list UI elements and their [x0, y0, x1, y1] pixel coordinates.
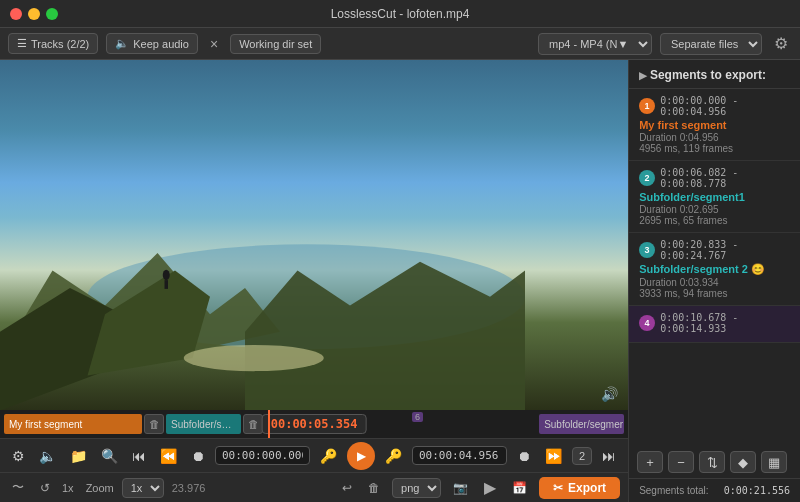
window-controls[interactable]: [10, 8, 58, 20]
timeline-segment-3[interactable]: Subfolder/segmer: [539, 414, 624, 434]
timeline-segment-2[interactable]: Subfolder/s…: [166, 414, 241, 434]
segment-3-time: 0:00:20.833 - 0:00:24.767: [660, 239, 790, 261]
segment-item-4[interactable]: 4 0:00:10.678 - 0:00:14.933: [629, 306, 800, 343]
svg-point-6: [163, 269, 170, 280]
segment-1-time: 0:00:00.000 - 0:00:04.956: [660, 95, 790, 117]
zoom-label: Zoom: [86, 482, 114, 494]
tracks-button[interactable]: ☰ Tracks (2/2): [8, 33, 98, 54]
set-end-icon[interactable]: 🔑: [381, 446, 406, 466]
prev-frame-button[interactable]: ⏪: [156, 446, 181, 466]
fps-display: 23.976: [172, 482, 206, 494]
keep-audio-button[interactable]: 🔈 Keep audio: [106, 33, 198, 54]
segment-1-name: My first segment: [639, 119, 790, 131]
skip-start-button[interactable]: ⏮: [128, 446, 150, 466]
segments-total-label: Segments total:: [639, 485, 708, 496]
camera-icon[interactable]: 📷: [449, 479, 472, 497]
segment-3-info: 3933 ms, 94 frames: [639, 288, 790, 299]
capture-format-select[interactable]: png: [392, 478, 441, 498]
segment-6-badge: 6: [412, 412, 423, 422]
segment-2-info: 2695 ms, 65 frames: [639, 215, 790, 226]
timeline-segment-1[interactable]: My first segment: [4, 414, 142, 434]
segment-item-3[interactable]: 3 0:00:20.833 - 0:00:24.767 Subfolder/se…: [629, 233, 800, 306]
start-time-input[interactable]: [215, 446, 310, 465]
window-title: LosslessCut - lofoten.mp4: [331, 7, 470, 21]
timeline-time-display: 00:00:05.354: [262, 414, 367, 434]
delete-segment-1-button[interactable]: 🗑: [144, 414, 164, 434]
tracks-label: Tracks (2/2): [31, 38, 89, 50]
calendar-icon[interactable]: 📅: [508, 479, 531, 497]
minimize-button[interactable]: [28, 8, 40, 20]
play-button[interactable]: ▶: [347, 442, 375, 470]
output-mode-select[interactable]: Separate files: [660, 33, 762, 55]
main-area: 🔊 My first segment 🗑 Subfolder/s… 🗑 00:0…: [0, 60, 800, 502]
svg-rect-7: [165, 280, 169, 289]
segment-3-name: Subfolder/segment 2 😊: [639, 263, 790, 276]
titlebar: LosslessCut - lofoten.mp4: [0, 0, 800, 28]
folder-icon[interactable]: 📁: [66, 446, 91, 466]
segment-3-badge: 3: [639, 242, 655, 258]
segment-item-1[interactable]: 1 0:00:00.000 - 0:00:04.956 My first seg…: [629, 89, 800, 161]
video-landscape: [0, 218, 525, 411]
audio-ctrl-icon[interactable]: 🔈: [35, 446, 60, 466]
grid-segments-button[interactable]: ▦: [761, 451, 787, 473]
trash-icon[interactable]: 🗑: [364, 479, 384, 497]
working-dir-label: Working dir set: [239, 38, 312, 50]
settings-ctrl-icon[interactable]: ⚙: [8, 446, 29, 466]
wave-icon[interactable]: 〜: [8, 477, 28, 498]
playhead-cursor: [268, 410, 270, 438]
scissors-icon: ✂: [553, 481, 563, 495]
reorder-segments-button[interactable]: ⇅: [699, 451, 725, 473]
toolbar: ☰ Tracks (2/2) 🔈 Keep audio × Working di…: [0, 28, 800, 60]
step-forward-button[interactable]: ⏺: [513, 446, 535, 466]
add-segment-button[interactable]: +: [637, 451, 663, 473]
close-button[interactable]: [10, 8, 22, 20]
segments-list: 1 0:00:00.000 - 0:00:04.956 My first seg…: [629, 89, 800, 446]
segment-4-header: 4 0:00:10.678 - 0:00:14.933: [639, 312, 790, 334]
bottom-bar: 〜 ↺ 1x Zoom 1x 23.976 ↩ 🗑 png 📷 ▶ 📅 ✂ Ex…: [0, 472, 628, 502]
video-container: 🔊 My first segment 🗑 Subfolder/s… 🗑 00:0…: [0, 60, 628, 502]
svg-point-5: [184, 344, 324, 370]
tracks-icon: ☰: [17, 37, 27, 50]
format-select[interactable]: mp4 - MP4 (N▼: [538, 33, 652, 55]
timeline-track: My first segment 🗑 Subfolder/s… 🗑 00:00:…: [0, 410, 628, 438]
controls-bar: ⚙ 🔈 📁 🔍 ⏮ ⏪ ⏺ 🔑 ▶ 🔑 ⏺ ⏩ 2 ⏭: [0, 438, 628, 472]
settings-icon[interactable]: ⚙: [770, 34, 792, 53]
sync-icon[interactable]: ↺: [36, 479, 54, 497]
segment-4-badge: 4: [639, 315, 655, 331]
working-dir-close[interactable]: ×: [206, 36, 222, 52]
search-icon[interactable]: 🔍: [97, 446, 122, 466]
working-dir-button[interactable]: Working dir set: [230, 34, 321, 54]
segments-total-time: 0:00:21.556: [724, 485, 790, 496]
remove-segment-button[interactable]: −: [668, 451, 694, 473]
speed-label: 1x: [62, 482, 74, 494]
segment-counter[interactable]: 2: [572, 447, 592, 465]
panel-footer: Segments total: 0:00:21.556: [629, 478, 800, 502]
export-label: Export: [568, 481, 606, 495]
segment-3-duration: Duration 0:03.934: [639, 277, 790, 288]
undo-icon[interactable]: ↩: [338, 479, 356, 497]
video-player[interactable]: 🔊: [0, 60, 628, 410]
skip-end-button[interactable]: ⏭: [598, 446, 620, 466]
maximize-button[interactable]: [46, 8, 58, 20]
segment-1-header: 1 0:00:00.000 - 0:00:04.956: [639, 95, 790, 117]
segment-4-time: 0:00:10.678 - 0:00:14.933: [660, 312, 790, 334]
right-panel: Segments to export: 1 0:00:00.000 - 0:00…: [628, 60, 800, 502]
segment-2-header: 2 0:00:06.082 - 0:00:08.778: [639, 167, 790, 189]
segment-2-duration: Duration 0:02.695: [639, 204, 790, 215]
segment-item-2[interactable]: 2 0:00:06.082 - 0:00:08.778 Subfolder/se…: [629, 161, 800, 233]
end-time-input[interactable]: [412, 446, 507, 465]
next-frame-button[interactable]: ⏩: [541, 446, 566, 466]
appicon-1[interactable]: ▶: [480, 476, 500, 499]
export-button[interactable]: ✂ Export: [539, 477, 620, 499]
panel-actions: + − ⇅ ◆ ▦: [629, 446, 800, 478]
merge-segments-button[interactable]: ◆: [730, 451, 756, 473]
segment-1-info: 4956 ms, 119 frames: [639, 143, 790, 154]
set-start-icon[interactable]: 🔑: [316, 446, 341, 466]
step-back-button[interactable]: ⏺: [187, 446, 209, 466]
segment-1-badge: 1: [639, 98, 655, 114]
delete-segment-2-button[interactable]: 🗑: [243, 414, 263, 434]
panel-header: Segments to export:: [629, 60, 800, 89]
zoom-select[interactable]: 1x: [122, 478, 164, 498]
audio-icon: 🔈: [115, 37, 129, 50]
volume-icon[interactable]: 🔊: [601, 386, 618, 402]
